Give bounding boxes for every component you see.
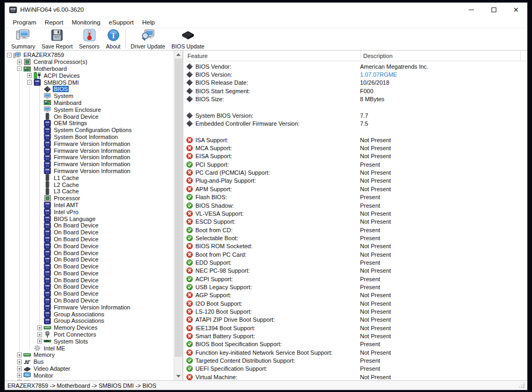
feature-row[interactable]: EDD Support:Present bbox=[186, 258, 527, 266]
tree-item[interactable]: DMI3.1Intel AMT bbox=[5, 202, 174, 209]
expand-toggle-icon[interactable]: - bbox=[7, 53, 12, 58]
tree-item[interactable]: Processor bbox=[5, 195, 174, 202]
tree-item[interactable]: DMI3.1Group Associations bbox=[5, 311, 174, 317]
feature-row[interactable]: PCI Support:Present bbox=[186, 160, 527, 168]
feature-row[interactable]: EISA Support:Not Present bbox=[186, 152, 527, 160]
minimize-button[interactable] bbox=[460, 3, 482, 17]
feature-row[interactable]: BIOS Shadow:Present bbox=[186, 201, 527, 209]
tree-item[interactable]: DMI3.1Group Associations bbox=[5, 317, 174, 324]
tree-item[interactable]: System bbox=[5, 93, 174, 100]
feature-row[interactable]: Function key-initiated Network Service B… bbox=[186, 348, 527, 356]
feature-row[interactable]: NEC PC-98 Support:Not Present bbox=[186, 267, 527, 275]
tree-scrollbar[interactable] bbox=[174, 51, 183, 380]
tree-item[interactable]: +Memory bbox=[5, 352, 174, 358]
menu-esupport[interactable]: eSupport bbox=[104, 18, 138, 27]
tree-item[interactable]: +Bus bbox=[5, 358, 174, 365]
feature-row[interactable]: System BIOS Version:7.7 bbox=[186, 111, 527, 119]
tree-item[interactable]: DMI3.1On Board Device bbox=[5, 222, 174, 229]
feature-row[interactable]: ATAPI ZIP Drive Boot Support:Not Present bbox=[186, 316, 527, 324]
scroll-up-button[interactable] bbox=[174, 51, 183, 59]
tree-item[interactable]: +Port Connectors bbox=[5, 331, 174, 338]
feature-row[interactable]: Boot from PC Card:Not Present bbox=[186, 250, 527, 258]
expand-toggle-icon[interactable]: + bbox=[37, 325, 42, 330]
tree-item[interactable]: DMI3.1System Boot Information bbox=[5, 134, 174, 141]
tree-item[interactable]: -DMI3.1SMBIOS DMI bbox=[5, 79, 174, 86]
feature-row[interactable]: Virtual Machine:Not Present bbox=[186, 373, 527, 380]
tree-item[interactable]: DMI3.1On Board Device bbox=[5, 283, 174, 290]
menu-monitoring[interactable]: Monitoring bbox=[68, 18, 105, 27]
bios-update-button[interactable]: BIOS Update bbox=[168, 29, 208, 50]
tree-item[interactable]: -ERAZERX7859 bbox=[5, 52, 174, 59]
feature-row[interactable]: Targeted Content Distribution Support:Pr… bbox=[186, 356, 527, 364]
tree-item[interactable]: DMI3.1On Board Device bbox=[5, 229, 174, 236]
tree-item[interactable]: +System Slots bbox=[5, 338, 174, 345]
tree-item[interactable]: DMI3.1System Configuration Options bbox=[5, 127, 174, 134]
feature-row[interactable]: Boot from CD:Present bbox=[186, 226, 527, 234]
tree-item[interactable]: L2 Cache bbox=[5, 181, 174, 188]
feature-row[interactable]: Flash BIOS:Present bbox=[186, 193, 527, 201]
feature-row[interactable]: IEE1394 Boot Support:Not Present bbox=[186, 324, 527, 332]
feature-row[interactable]: APM Support:Not Present bbox=[186, 185, 527, 193]
tree-item[interactable]: -Motherboard bbox=[5, 66, 174, 72]
feature-row[interactable]: VL-VESA Support:Not Present bbox=[186, 209, 527, 217]
feature-row[interactable]: USB Legacy Support:Present bbox=[186, 283, 527, 291]
column-header-description[interactable]: Description bbox=[361, 51, 521, 61]
menu-help[interactable]: Help bbox=[138, 18, 159, 27]
tree-item[interactable]: +ACPI Devices bbox=[5, 72, 174, 79]
tree-item[interactable]: +Central Processor(s) bbox=[5, 59, 174, 66]
tree-item[interactable]: DMI3.1Firmware Version Information bbox=[5, 304, 174, 311]
expand-toggle-icon[interactable]: - bbox=[27, 80, 32, 85]
scrollbar-thumb[interactable] bbox=[175, 59, 182, 357]
menu-program[interactable]: Program bbox=[9, 18, 40, 27]
feature-row[interactable]: UEFI Specification Support:Present bbox=[186, 365, 527, 373]
feature-row[interactable]: BIOS Vendor:American Megatrends Inc. bbox=[186, 62, 527, 70]
menu-report[interactable]: Report bbox=[40, 18, 68, 27]
tree-item[interactable]: L1 Cache bbox=[5, 174, 174, 181]
feature-row[interactable]: ACPI Support:Present bbox=[186, 275, 527, 283]
tree-item[interactable]: DMI3.1On Board Device bbox=[5, 270, 174, 277]
tree-item[interactable]: +Memory Devices bbox=[5, 324, 174, 331]
feature-row[interactable]: I2O Boot Support:Not Present bbox=[186, 299, 527, 307]
tree-item[interactable]: L3 Cache bbox=[5, 188, 174, 195]
expand-toggle-icon[interactable]: + bbox=[37, 339, 42, 344]
column-header-feature[interactable]: Feature bbox=[187, 51, 361, 61]
tree-item[interactable]: DMI3.1Firmware Version Information bbox=[5, 140, 174, 147]
tree-item[interactable]: DMI3.1On Board Device bbox=[5, 290, 174, 297]
expand-toggle-icon[interactable]: + bbox=[17, 360, 22, 364]
expand-toggle-icon[interactable]: + bbox=[17, 366, 22, 371]
close-button[interactable]: ✕ bbox=[505, 3, 527, 17]
tree-item[interactable]: DMI3.1Firmware Version Information bbox=[5, 147, 174, 154]
expand-toggle-icon[interactable]: + bbox=[17, 373, 22, 378]
tree-item[interactable]: +Video Adapter bbox=[5, 365, 174, 372]
feature-row[interactable]: AGP Support:Not Present bbox=[186, 291, 527, 299]
tree-item[interactable]: BIOS bbox=[5, 86, 174, 93]
tree-item[interactable]: +Monitor bbox=[5, 372, 174, 379]
feature-row[interactable]: LS-120 Boot Support:Not Present bbox=[186, 307, 527, 315]
about-button[interactable]: iAbout bbox=[103, 29, 124, 50]
save-report-button[interactable]: Save Report bbox=[38, 29, 76, 50]
resize-grip-icon[interactable] bbox=[523, 387, 525, 388]
tree-item[interactable]: Mainboard bbox=[5, 100, 174, 107]
feature-row[interactable]: BIOS ROM Socketed:Not Present bbox=[186, 242, 527, 250]
feature-row[interactable]: Selectable Boot:Present bbox=[186, 234, 527, 242]
expand-toggle-icon[interactable]: - bbox=[17, 66, 22, 71]
tree-item[interactable]: DMI3.1Firmware Version Information bbox=[5, 168, 174, 175]
expand-toggle-icon[interactable]: + bbox=[37, 332, 42, 337]
expand-toggle-icon[interactable]: + bbox=[17, 353, 22, 357]
feature-row[interactable]: BIOS Boot Specification Support:Present bbox=[186, 340, 527, 348]
tree-item[interactable]: DMI3.1On Board Device bbox=[5, 263, 174, 270]
expand-toggle-icon[interactable]: + bbox=[17, 60, 22, 64]
expand-toggle-icon[interactable]: + bbox=[17, 380, 22, 380]
tree-item[interactable]: DMI3.1On Board Device bbox=[5, 297, 174, 304]
tree-item[interactable]: System Enclosure bbox=[5, 106, 174, 113]
maximize-button[interactable] bbox=[482, 3, 505, 17]
feature-row[interactable]: Embedded Controller Firmware Version:7.5 bbox=[186, 119, 527, 127]
scroll-down-button[interactable] bbox=[174, 372, 183, 380]
feature-row[interactable]: Smart Battery Support:Not Present bbox=[186, 332, 527, 340]
tree-item[interactable]: DMI3.1Firmware Version Information bbox=[5, 161, 174, 168]
expand-toggle-icon[interactable]: + bbox=[27, 73, 32, 78]
feature-row[interactable]: BIOS Start Segment:F000 bbox=[186, 87, 527, 95]
tree-item[interactable]: DMI3.1OEM Strings bbox=[5, 120, 174, 127]
tree-item[interactable]: DMI3.1On Board Device bbox=[5, 236, 174, 243]
feature-row[interactable]: MCA Support:Not Present bbox=[186, 144, 527, 152]
